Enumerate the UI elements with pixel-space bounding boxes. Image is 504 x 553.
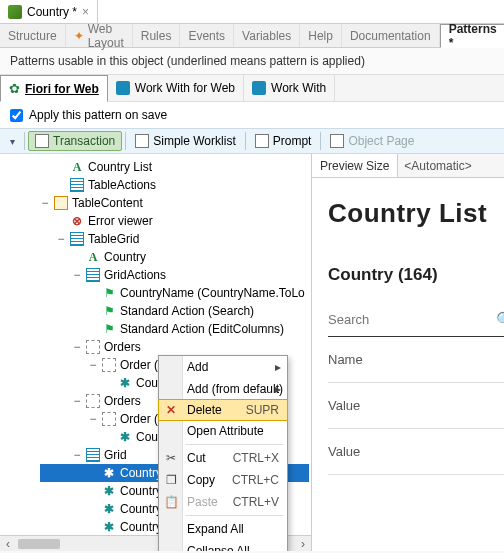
toolbar: ▾ TransactionSimple WorklistPromptObject… — [0, 128, 504, 154]
editor-tab[interactable]: Variables — [234, 24, 300, 47]
x-icon: ✱ — [118, 430, 132, 444]
a-icon: A — [70, 160, 84, 174]
x-icon: ✱ — [102, 520, 116, 534]
expander-icon[interactable]: − — [40, 196, 50, 210]
toolbar-button[interactable]: Simple Worklist — [129, 132, 241, 150]
grid-icon — [86, 448, 100, 462]
tree-node[interactable]: −TableContent — [40, 194, 309, 212]
tree-node[interactable]: −GridActions — [40, 266, 309, 284]
apply-row: Apply this pattern on save — [0, 102, 504, 128]
preview-size-label: Preview Size — [312, 159, 397, 173]
grid-icon — [70, 232, 84, 246]
menu-item-icon: ✕ — [163, 403, 179, 417]
context-menu-item[interactable]: Collapse All — [159, 540, 287, 551]
tree-node-label: GridActions — [104, 268, 166, 282]
toolbar-button: Object Page — [324, 132, 420, 150]
expander-icon[interactable]: − — [88, 412, 98, 426]
preview-subhead: Country (164) — [328, 265, 504, 285]
a-icon: A — [86, 250, 100, 264]
hint-text: Patterns usable in this object (underlin… — [0, 48, 504, 74]
search-input[interactable] — [328, 312, 496, 327]
context-menu-item[interactable]: ✕DeleteSUPR — [158, 399, 288, 421]
pattern-item[interactable]: Work With — [244, 75, 335, 101]
editor-tab[interactable]: Patterns * — [440, 24, 504, 48]
tree-node[interactable]: ACountry List — [40, 158, 309, 176]
scroll-left-icon[interactable]: ‹ — [0, 537, 16, 551]
ord-icon — [102, 412, 116, 426]
context-menu-item[interactable]: Add▸ — [159, 356, 287, 378]
pattern-item[interactable]: Work With for Web — [108, 75, 244, 101]
context-menu-item[interactable]: Expand All — [159, 518, 287, 540]
tree-node[interactable]: TableActions — [40, 176, 309, 194]
tree-node-label: Standard Action (EditColumns) — [120, 322, 284, 336]
fiori-icon: ✿ — [9, 81, 20, 96]
tree-node-label: TableGrid — [88, 232, 139, 246]
flag-icon: ⚑ — [102, 322, 116, 336]
menu-item-icon: 📋 — [163, 495, 179, 509]
tree-node[interactable]: −TableGrid — [40, 230, 309, 248]
expander-icon[interactable]: − — [72, 448, 82, 462]
preview-title: Country List — [328, 198, 504, 229]
ord-icon — [102, 358, 116, 372]
scroll-thumb[interactable] — [18, 539, 60, 549]
menu-item-icon: ❐ — [163, 473, 179, 487]
page-icon — [330, 134, 344, 148]
flag-icon: ⚑ — [102, 304, 116, 318]
editor-tab[interactable]: Documentation — [342, 24, 440, 47]
expander-icon[interactable]: − — [72, 340, 82, 354]
tree-node-label: Country — [104, 250, 146, 264]
editor-tab[interactable]: ✦Web Layout — [66, 24, 133, 47]
tree-node[interactable]: ⚑CountryName (CountryName.ToLo — [40, 284, 309, 302]
tree-node[interactable]: ⚑Standard Action (Search) — [40, 302, 309, 320]
scroll-right-icon[interactable]: › — [295, 537, 311, 551]
submenu-icon: ▸ — [275, 382, 281, 396]
tree-node-label: Grid — [104, 448, 127, 462]
preview-size-select[interactable]: <Automatic> — [397, 154, 504, 177]
workwith-icon — [252, 81, 266, 95]
swoosh-icon: ✦ — [74, 29, 84, 43]
editor-tab[interactable]: Rules — [133, 24, 181, 47]
flag-icon: ⚑ — [102, 286, 116, 300]
ord-icon — [86, 340, 100, 354]
preview-cell: Value — [328, 429, 504, 475]
context-menu-item: 📋PasteCTRL+V — [159, 491, 287, 513]
grid-icon — [70, 178, 84, 192]
tree-node[interactable]: −Orders — [40, 338, 309, 356]
tree-node-label: Country List — [88, 160, 152, 174]
err-icon: ⊗ — [70, 214, 84, 228]
submenu-icon: ▸ — [275, 360, 281, 374]
expander-icon[interactable]: − — [56, 232, 66, 246]
context-menu-item[interactable]: ❐CopyCTRL+C — [159, 469, 287, 491]
expander-icon[interactable]: − — [72, 394, 82, 408]
document-tab[interactable]: Country * × — [0, 0, 98, 23]
editor-tab[interactable]: Structure — [0, 24, 66, 47]
context-menu-item[interactable]: ✂CutCTRL+X — [159, 447, 287, 469]
collapse-button[interactable]: ▾ — [4, 134, 21, 149]
editor-tab[interactable]: Events — [180, 24, 234, 47]
tree-node-label: Error viewer — [88, 214, 153, 228]
expander-icon[interactable]: − — [88, 358, 98, 372]
tree-panel: ACountry ListTableActions−TableContent⊗E… — [0, 154, 311, 551]
toolbar-button[interactable]: Transaction — [28, 131, 122, 151]
tree-node[interactable]: ACountry — [40, 248, 309, 266]
menu-item-icon: ✂ — [163, 451, 179, 465]
tree-node[interactable]: ⊗Error viewer — [40, 212, 309, 230]
context-menu: Add▸Add (from default)▸✕DeleteSUPROpen A… — [158, 355, 288, 551]
close-icon[interactable]: × — [82, 5, 89, 19]
editor-tab[interactable]: Help — [300, 24, 342, 47]
shortcut-label: SUPR — [246, 403, 279, 417]
x-icon: ✱ — [118, 376, 132, 390]
tree-node[interactable]: ⚑Standard Action (EditColumns) — [40, 320, 309, 338]
x-icon: ✱ — [102, 502, 116, 516]
search-field[interactable]: 🔍 — [328, 303, 504, 337]
apply-checkbox[interactable] — [10, 109, 23, 122]
search-icon[interactable]: 🔍 — [496, 311, 504, 329]
pattern-item[interactable]: ✿Fiori for Web — [0, 75, 108, 102]
ord-icon — [86, 394, 100, 408]
tree-node-label: CountryName (CountryName.ToLo — [120, 286, 305, 300]
expander-icon[interactable]: − — [72, 268, 82, 282]
shortcut-label: CTRL+V — [233, 495, 279, 509]
context-menu-item[interactable]: Open Attribute — [159, 420, 287, 442]
toolbar-button[interactable]: Prompt — [249, 132, 318, 150]
context-menu-item[interactable]: Add (from default)▸ — [159, 378, 287, 400]
